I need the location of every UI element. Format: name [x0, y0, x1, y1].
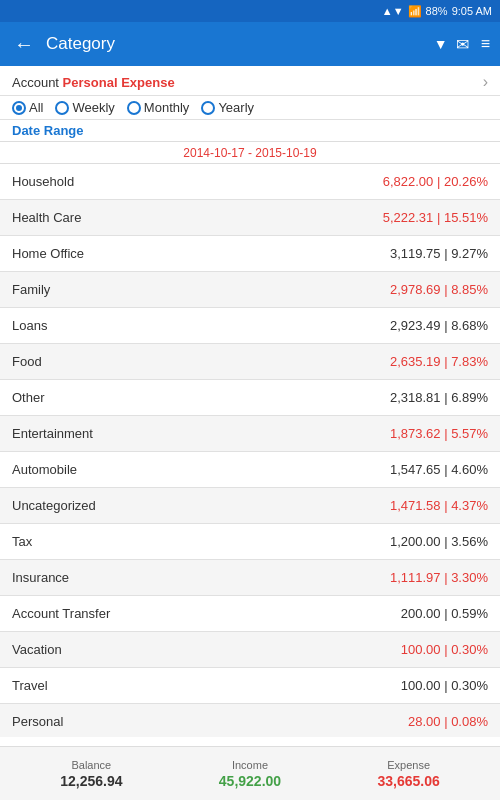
filter-yearly-label: Yearly: [218, 100, 254, 115]
table-row[interactable]: Automobile1,547.65 | 4.60%: [0, 452, 500, 488]
table-row[interactable]: Food2,635.19 | 7.83%: [0, 344, 500, 380]
radio-monthly-circle: [127, 101, 141, 115]
row-values: 100.00 | 0.30%: [401, 678, 488, 693]
footer: Balance 12,256.94 Income 45,922.00 Expen…: [0, 746, 500, 800]
row-category: Personal: [12, 714, 63, 729]
status-bar: ▲▼ 📶 88% 9:05 AM: [0, 0, 500, 22]
footer-balance: Balance 12,256.94: [60, 759, 122, 789]
table-row[interactable]: Insurance1,111.97 | 3.30%: [0, 560, 500, 596]
date-range-value: 2014-10-17 - 2015-10-19: [183, 146, 316, 160]
row-category: Household: [12, 174, 74, 189]
table-row[interactable]: Household6,822.00 | 20.26%: [0, 164, 500, 200]
row-values: 1,200.00 | 3.56%: [390, 534, 488, 549]
radio-weekly-circle: [55, 101, 69, 115]
expense-value: 33,665.06: [377, 773, 439, 789]
row-category: Home Office: [12, 246, 84, 261]
row-values: 2,923.49 | 8.68%: [390, 318, 488, 333]
table-row[interactable]: Personal28.00 | 0.08%: [0, 704, 500, 737]
table-row[interactable]: Other2,318.81 | 6.89%: [0, 380, 500, 416]
row-values: 2,978.69 | 8.85%: [390, 282, 488, 297]
filter-all[interactable]: All: [12, 100, 43, 115]
balance-value: 12,256.94: [60, 773, 122, 789]
row-category: Travel: [12, 678, 48, 693]
row-category: Loans: [12, 318, 47, 333]
back-button[interactable]: ←: [10, 29, 38, 60]
row-values: 5,222.31 | 15.51%: [383, 210, 488, 225]
row-values: 100.00 | 0.30%: [401, 642, 488, 657]
account-label: Account: [12, 75, 59, 90]
income-label: Income: [232, 759, 268, 771]
account-name: Personal Expense: [63, 75, 175, 90]
account-arrow-icon[interactable]: ›: [483, 73, 488, 91]
row-category: Entertainment: [12, 426, 93, 441]
account-row: Account Personal Expense ›: [0, 66, 500, 96]
table-row[interactable]: Account Transfer200.00 | 0.59%: [0, 596, 500, 632]
email-icon[interactable]: ✉: [456, 35, 469, 54]
table-row[interactable]: Home Office3,119.75 | 9.27%: [0, 236, 500, 272]
row-category: Automobile: [12, 462, 77, 477]
category-table: Household6,822.00 | 20.26%Health Care5,2…: [0, 164, 500, 737]
row-category: Uncategorized: [12, 498, 96, 513]
time-text: 9:05 AM: [452, 5, 492, 17]
row-category: Family: [12, 282, 50, 297]
battery-text: 88%: [426, 5, 448, 17]
filter-weekly[interactable]: Weekly: [55, 100, 114, 115]
expense-label: Expense: [387, 759, 430, 771]
row-category: Tax: [12, 534, 32, 549]
row-values: 28.00 | 0.08%: [408, 714, 488, 729]
account-info: Account Personal Expense: [12, 75, 175, 90]
row-values: 2,318.81 | 6.89%: [390, 390, 488, 405]
row-values: 1,471.58 | 4.37%: [390, 498, 488, 513]
nav-icons: ✉ ≡: [456, 35, 490, 54]
filter-row: All Weekly Monthly Yearly: [0, 96, 500, 120]
row-values: 1,873.62 | 5.57%: [390, 426, 488, 441]
row-category: Insurance: [12, 570, 69, 585]
dropdown-icon[interactable]: ▼: [434, 36, 448, 52]
radio-yearly-circle: [201, 101, 215, 115]
row-category: Other: [12, 390, 45, 405]
top-nav: ← Category ▼ ✉ ≡: [0, 22, 500, 66]
table-row[interactable]: Vacation100.00 | 0.30%: [0, 632, 500, 668]
filter-monthly[interactable]: Monthly: [127, 100, 190, 115]
table-row[interactable]: Loans2,923.49 | 8.68%: [0, 308, 500, 344]
date-range-row: Date Range: [0, 120, 500, 142]
row-category: Health Care: [12, 210, 81, 225]
filter-monthly-label: Monthly: [144, 100, 190, 115]
table-row[interactable]: Health Care5,222.31 | 15.51%: [0, 200, 500, 236]
filter-yearly[interactable]: Yearly: [201, 100, 254, 115]
income-value: 45,922.00: [219, 773, 281, 789]
menu-icon[interactable]: ≡: [481, 35, 490, 54]
footer-expense: Expense 33,665.06: [377, 759, 439, 789]
filter-weekly-label: Weekly: [72, 100, 114, 115]
date-range-value-row: 2014-10-17 - 2015-10-19: [0, 142, 500, 164]
date-range-label[interactable]: Date Range: [12, 123, 84, 138]
signal-icon: ▲▼: [382, 5, 404, 17]
table-row[interactable]: Family2,978.69 | 8.85%: [0, 272, 500, 308]
row-values: 6,822.00 | 20.26%: [383, 174, 488, 189]
row-category: Vacation: [12, 642, 62, 657]
table-row[interactable]: Tax1,200.00 | 3.56%: [0, 524, 500, 560]
table-row[interactable]: Uncategorized1,471.58 | 4.37%: [0, 488, 500, 524]
row-values: 3,119.75 | 9.27%: [390, 246, 488, 261]
nav-title: Category: [46, 34, 426, 54]
row-values: 1,547.65 | 4.60%: [390, 462, 488, 477]
table-row[interactable]: Entertainment1,873.62 | 5.57%: [0, 416, 500, 452]
filter-all-label: All: [29, 100, 43, 115]
row-category: Food: [12, 354, 42, 369]
footer-income: Income 45,922.00: [219, 759, 281, 789]
wifi-icon: 📶: [408, 5, 422, 18]
radio-all-circle: [12, 101, 26, 115]
balance-label: Balance: [71, 759, 111, 771]
row-values: 200.00 | 0.59%: [401, 606, 488, 621]
row-values: 2,635.19 | 7.83%: [390, 354, 488, 369]
row-category: Account Transfer: [12, 606, 110, 621]
table-row[interactable]: Travel100.00 | 0.30%: [0, 668, 500, 704]
row-values: 1,111.97 | 3.30%: [390, 570, 488, 585]
